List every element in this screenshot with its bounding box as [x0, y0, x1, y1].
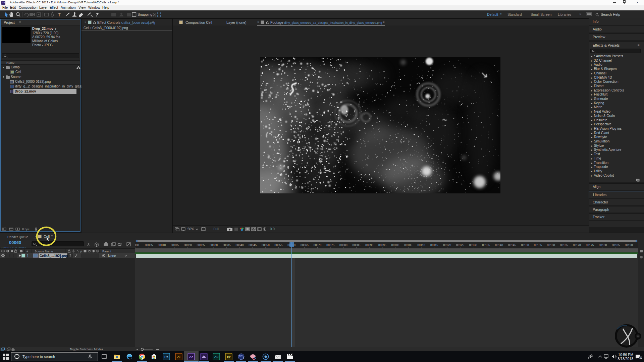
- svg-text:00115: 00115: [430, 243, 438, 247]
- svg-text:00150: 00150: [521, 243, 529, 247]
- svg-text:Cells3_...192].png: Cells3_...192].png: [40, 254, 68, 258]
- svg-text:00135: 00135: [482, 243, 490, 247]
- svg-text:00090: 00090: [365, 243, 373, 247]
- svg-text:00020: 00020: [184, 243, 192, 247]
- svg-text:00165: 00165: [560, 243, 568, 247]
- svg-text:00055: 00055: [275, 243, 283, 247]
- svg-text:Ae: Ae: [189, 355, 193, 359]
- svg-text:00035: 00035: [223, 243, 231, 247]
- svg-text:Snapping: Snapping: [138, 12, 153, 16]
- svg-text:50%: 50%: [187, 227, 194, 231]
- svg-text:#: #: [26, 250, 28, 253]
- svg-text:00085: 00085: [353, 243, 361, 247]
- svg-text:00030: 00030: [210, 243, 218, 247]
- svg-text:00185: 00185: [612, 243, 620, 247]
- svg-text:None: None: [108, 254, 116, 258]
- svg-text:00125: 00125: [456, 243, 464, 247]
- svg-text:00120: 00120: [443, 243, 451, 247]
- svg-text:00010: 00010: [158, 243, 166, 247]
- svg-text:00130: 00130: [469, 243, 477, 247]
- svg-text:00180: 00180: [599, 243, 607, 247]
- svg-text:2: 2: [640, 357, 641, 359]
- svg-text:fx: fx: [80, 250, 83, 253]
- svg-text:Parent: Parent: [102, 250, 111, 253]
- svg-text:00190: 00190: [625, 243, 633, 247]
- svg-text:00160: 00160: [547, 243, 555, 247]
- svg-text:Ps: Ps: [164, 355, 168, 359]
- svg-text:00145: 00145: [508, 243, 516, 247]
- svg-text:0000: 0000: [135, 243, 139, 247]
- svg-text:00105: 00105: [404, 243, 412, 247]
- svg-text:00070: 00070: [314, 243, 322, 247]
- svg-text:00175: 00175: [586, 243, 594, 247]
- svg-text:00095: 00095: [378, 243, 386, 247]
- svg-text:+0.0: +0.0: [268, 227, 275, 231]
- svg-text:00080: 00080: [339, 243, 347, 247]
- svg-text:8 bpc: 8 bpc: [22, 228, 30, 231]
- svg-text:00015: 00015: [171, 243, 179, 247]
- svg-text:00140: 00140: [495, 243, 503, 247]
- svg-text:Full: Full: [213, 227, 219, 231]
- svg-text:1: 1: [27, 254, 29, 258]
- svg-text:00025: 00025: [197, 243, 205, 247]
- svg-text:00050: 00050: [262, 243, 270, 247]
- svg-text:Ai: Ai: [177, 355, 180, 359]
- svg-text:T: T: [58, 12, 61, 17]
- svg-text:00040: 00040: [236, 243, 244, 247]
- svg-text:00110: 00110: [417, 243, 425, 247]
- svg-text:Au: Au: [214, 355, 219, 359]
- svg-text:00045: 00045: [249, 243, 257, 247]
- svg-text:00155: 00155: [534, 243, 542, 247]
- svg-text:00100: 00100: [391, 243, 399, 247]
- svg-text:00075: 00075: [326, 243, 334, 247]
- svg-text:00065: 00065: [301, 243, 309, 247]
- svg-text:Br: Br: [227, 355, 231, 359]
- svg-text:00170: 00170: [573, 243, 581, 247]
- svg-text:00005: 00005: [145, 243, 153, 247]
